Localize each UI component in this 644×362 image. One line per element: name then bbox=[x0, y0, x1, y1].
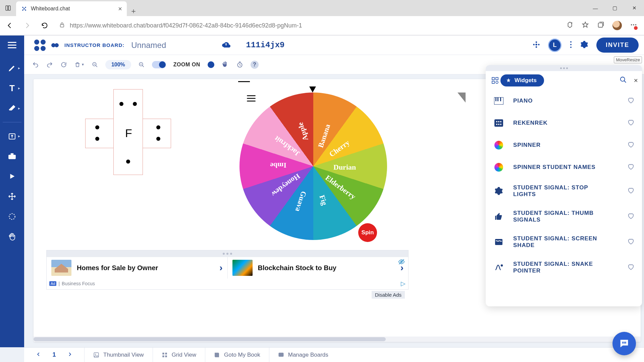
zoom-out-button[interactable] bbox=[139, 62, 145, 68]
ad-thumb-icon bbox=[51, 260, 71, 276]
invite-button[interactable]: INVITE bbox=[596, 38, 639, 53]
spin-button[interactable]: Spin bbox=[358, 223, 377, 242]
widget-menu-icon[interactable] bbox=[247, 95, 256, 102]
browser-menu-button[interactable] bbox=[630, 21, 637, 30]
user-avatar-chip[interactable]: L bbox=[548, 39, 561, 52]
address-bar[interactable]: https://www.whiteboard.chat/board/f0429d… bbox=[56, 20, 560, 32]
nav-reload-button[interactable] bbox=[39, 20, 50, 31]
svg-rect-10 bbox=[598, 23, 603, 27]
text-tool[interactable]: T▸ bbox=[3, 80, 21, 97]
panel-close-icon[interactable]: ✕ bbox=[634, 77, 638, 84]
ad-item-2[interactable]: Blockchain Stock to Buy › bbox=[228, 257, 409, 279]
play-tool[interactable] bbox=[3, 168, 21, 185]
adchoices-icon[interactable]: ▷ bbox=[401, 280, 406, 287]
tab-close-icon[interactable]: × bbox=[118, 5, 122, 13]
move-resize-button[interactable]: MoveResize bbox=[614, 56, 642, 63]
chat-fab[interactable] bbox=[612, 332, 636, 355]
thumbnail-view-button[interactable]: Thumbnail View bbox=[85, 348, 153, 362]
favorite-icon[interactable] bbox=[627, 97, 635, 105]
ads-hide-icon[interactable] bbox=[398, 258, 405, 266]
widget-item[interactable]: STUDENT SIGNAL: SCREEN SHADE bbox=[486, 229, 642, 255]
widget-item[interactable]: STUDENT SIGNAL: SNAKE POINTER bbox=[486, 255, 642, 280]
trash-button[interactable]: ▼ bbox=[74, 61, 85, 68]
cloud-save-icon[interactable] bbox=[222, 40, 230, 50]
favorite-icon[interactable] bbox=[627, 163, 635, 172]
settings-gear-icon[interactable] bbox=[580, 41, 588, 50]
profile-avatar[interactable] bbox=[612, 21, 622, 30]
svg-rect-23 bbox=[8, 155, 16, 159]
move-tool[interactable] bbox=[3, 188, 21, 205]
widgets-category-icon[interactable] bbox=[490, 75, 500, 86]
zoom-out-small-button[interactable] bbox=[92, 62, 98, 68]
pen-tool[interactable]: ▸ bbox=[3, 60, 21, 76]
widget-item-label: STUDENT SIGNAL: THUMB SIGNALS bbox=[513, 210, 607, 223]
favorite-icon[interactable] bbox=[627, 119, 635, 127]
main-menu-button[interactable] bbox=[0, 36, 24, 55]
timer-button[interactable] bbox=[236, 61, 243, 68]
lasso-tool[interactable] bbox=[3, 208, 21, 225]
widget-item[interactable]: REKENREK bbox=[486, 112, 642, 134]
window-minimize-button[interactable]: — bbox=[586, 0, 605, 16]
edit-title-icon[interactable] bbox=[51, 42, 59, 49]
rekenrek-icon bbox=[493, 118, 504, 128]
goto-book-button[interactable]: Goto My Book bbox=[205, 348, 269, 362]
zoom-toggle[interactable] bbox=[152, 61, 166, 68]
bottom-label: Grid View bbox=[172, 352, 196, 358]
favorite-icon[interactable] bbox=[627, 187, 635, 195]
widgets-tab[interactable]: Widgets bbox=[500, 74, 544, 86]
favorite-icon[interactable] bbox=[627, 141, 635, 149]
spinner-widget[interactable]: Banana Cherry Durian Elderberry Fig Guav… bbox=[239, 93, 387, 240]
spinner-segment: Fig bbox=[318, 194, 329, 206]
widget-item[interactable]: SPINNER bbox=[486, 134, 642, 156]
grid-view-button[interactable]: Grid View bbox=[153, 348, 205, 362]
disable-ads-button[interactable]: Disable Ads bbox=[372, 291, 405, 299]
redo-button[interactable] bbox=[46, 61, 53, 68]
zoom-percentage[interactable]: 100% bbox=[105, 60, 131, 69]
refresh-button[interactable] bbox=[60, 61, 67, 68]
eraser-tool[interactable]: ▸ bbox=[3, 100, 21, 117]
next-page-button[interactable] bbox=[67, 351, 72, 359]
ads-grip[interactable] bbox=[47, 250, 408, 257]
collections-icon[interactable] bbox=[597, 21, 604, 30]
join-code[interactable]: 111i4jx9 bbox=[246, 41, 284, 50]
window-close-button[interactable]: ✕ bbox=[625, 0, 644, 16]
widget-item[interactable]: STUDENT SIGNAL: STOP LIGHTS bbox=[486, 178, 642, 204]
undo-button[interactable] bbox=[32, 61, 39, 68]
nav-back-button[interactable] bbox=[4, 20, 15, 31]
panel-search-icon[interactable] bbox=[620, 76, 627, 85]
widget-item[interactable]: PIANO bbox=[486, 90, 642, 112]
favorite-icon[interactable] bbox=[627, 263, 635, 272]
panel-grip[interactable] bbox=[486, 65, 642, 71]
browser-tab[interactable]: Whiteboard.chat × bbox=[16, 1, 127, 16]
favorite-icon[interactable] bbox=[627, 212, 635, 221]
widget-item[interactable]: STUDENT SIGNAL: THUMB SIGNALS bbox=[486, 204, 642, 229]
nav-forward-button[interactable] bbox=[21, 20, 33, 31]
ad-item-1[interactable]: Homes for Sale by Owner › bbox=[47, 257, 228, 279]
selection-handle-icon[interactable] bbox=[458, 93, 466, 103]
svg-point-43 bbox=[500, 121, 501, 122]
widget-item-label: SPINNER STUDENT NAMES bbox=[513, 164, 596, 171]
upload-tool[interactable]: ▸ bbox=[3, 128, 21, 144]
pan-hand-button[interactable] bbox=[222, 61, 229, 68]
help-button[interactable]: ? bbox=[251, 61, 259, 69]
widget-item[interactable]: SPINNER STUDENT NAMES bbox=[486, 156, 642, 178]
favorites-icon[interactable] bbox=[582, 21, 589, 30]
new-tab-button[interactable]: ＋ bbox=[127, 6, 140, 16]
color-swatch[interactable] bbox=[208, 61, 214, 68]
board-name[interactable]: Unnamed bbox=[131, 41, 166, 50]
window-maximize-button[interactable]: ▢ bbox=[605, 0, 625, 16]
canvas-scrollbar[interactable] bbox=[34, 337, 641, 342]
manage-boards-button[interactable]: Manage Boards bbox=[269, 348, 337, 362]
tab-title: Whiteboard.chat bbox=[31, 6, 70, 12]
read-aloud-icon[interactable] bbox=[566, 21, 574, 30]
tab-actions-button[interactable] bbox=[0, 0, 16, 16]
app-logo-icon[interactable] bbox=[34, 40, 46, 51]
prev-page-button[interactable] bbox=[36, 351, 41, 359]
cross-widget[interactable]: F bbox=[85, 89, 171, 175]
toolbox-tool[interactable] bbox=[3, 148, 21, 165]
gestures-tool[interactable] bbox=[3, 228, 21, 245]
settings-flower-icon[interactable] bbox=[533, 41, 540, 50]
svg-point-11 bbox=[631, 24, 632, 25]
favorite-icon[interactable] bbox=[627, 238, 635, 246]
more-menu-icon[interactable] bbox=[570, 41, 572, 50]
